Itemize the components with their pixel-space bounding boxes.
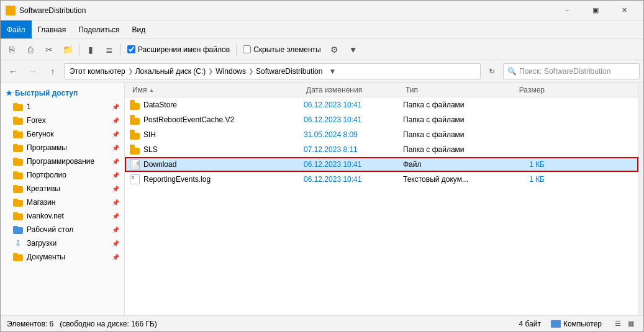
- path-sep-3: ❯: [248, 68, 253, 74]
- refresh-button[interactable]: ↻: [483, 63, 501, 80]
- view-large-button[interactable]: ▦: [625, 318, 637, 330]
- file-icon-reporting: [130, 174, 140, 184]
- path-drive[interactable]: Локальный диск (C:): [135, 67, 206, 76]
- folder-icon-ivankov: [13, 212, 23, 220]
- file-type-datastore: Папка с файлами: [403, 101, 502, 109]
- sidebar-label-downloads: Загрузки: [27, 239, 57, 248]
- path-windows[interactable]: Windows: [215, 67, 246, 76]
- sidebar-item-downloads[interactable]: ⇩ Загрузки 📌: [1, 236, 124, 250]
- menu-share[interactable]: Поделиться: [72, 20, 125, 38]
- status-bar: Элементов: 6 (свободно на диске: 166 ГБ)…: [1, 315, 643, 331]
- sidebar-item-ivankov[interactable]: ivankov.net 📌: [1, 209, 124, 223]
- sidebar-item-begunok[interactable]: Бегунок 📌: [1, 127, 124, 141]
- maximize-button[interactable]: ▣: [581, 1, 610, 20]
- path-computer[interactable]: Этот компьютер: [70, 67, 125, 76]
- title-bar: SoftwareDistribution − ▣ ✕: [1, 1, 643, 20]
- sidebar-item-desktop[interactable]: Рабочий стол 📌: [1, 223, 124, 236]
- folder-icon-1: [13, 103, 23, 111]
- toolbar-dropdown-btn[interactable]: ▼: [345, 41, 362, 58]
- pin-icon-programmirovanie: 📌: [112, 158, 119, 165]
- file-type-postreboot: Папка с файлами: [403, 115, 502, 124]
- sidebar-item-documents[interactable]: Документы 📌: [1, 250, 124, 264]
- close-button[interactable]: ✕: [610, 1, 638, 20]
- toolbar-view2-btn[interactable]: ≣: [101, 41, 118, 58]
- sidebar-section-quick-access: ★ Быстрый доступ: [1, 85, 124, 100]
- sidebar-label-1: 1: [27, 102, 31, 111]
- toolbar-view1-btn[interactable]: ▮: [82, 41, 99, 58]
- file-date-download: 06.12.2023 10:41: [304, 160, 403, 169]
- file-row-sih[interactable]: SIH 31.05.2024 8:09 Папка с файлами: [125, 127, 638, 142]
- quick-access-icon: ★: [6, 89, 12, 97]
- back-button[interactable]: ←: [4, 63, 22, 80]
- pin-icon-desktop: 📌: [112, 227, 119, 233]
- status-computer: Компьютер: [551, 320, 602, 328]
- sidebar-item-kreativy[interactable]: Креативы 📌: [1, 182, 124, 195]
- up-button[interactable]: ↑: [44, 63, 61, 80]
- file-list: DataStore 06.12.2023 10:41 Папка с файла…: [125, 97, 638, 315]
- folder-icon-documents: [13, 253, 23, 261]
- file-name-datastore: DataStore: [130, 100, 304, 110]
- path-dropdown[interactable]: ▼: [325, 63, 340, 79]
- minimize-button[interactable]: −: [553, 1, 581, 20]
- sidebar-label-programmirovanie: Программирование: [27, 157, 94, 166]
- col-header-size[interactable]: Размер: [502, 83, 552, 97]
- menu-file[interactable]: Файл: [1, 20, 32, 38]
- path-softdist[interactable]: SoftwareDistribution: [256, 67, 322, 76]
- toolbar-copy-btn[interactable]: ⎘: [3, 41, 20, 58]
- sidebar-item-1[interactable]: 1 📌: [1, 100, 124, 114]
- col-header-date[interactable]: Дата изменения: [304, 83, 403, 97]
- toolbar-cut-btn[interactable]: ✂: [40, 41, 58, 58]
- downloads-icon: ⇩: [13, 238, 23, 248]
- menu-bar: Файл Главная Поделиться Вид: [1, 20, 643, 39]
- extensions-checkbox[interactable]: [127, 45, 135, 53]
- sidebar-label-forex: Forex: [27, 116, 46, 125]
- sidebar-item-portfolio[interactable]: Портфолио 📌: [1, 168, 124, 182]
- address-path[interactable]: Этот компьютер ❯ Локальный диск (C:) ❯ W…: [64, 63, 481, 79]
- sidebar-item-magazin[interactable]: Магазин 📌: [1, 195, 124, 209]
- file-name-sih: SIH: [130, 130, 304, 140]
- sidebar-label-kreativy: Креативы: [27, 184, 60, 193]
- sidebar: ★ Быстрый доступ 1 📌 Forex 📌 Бегунок 📌 П: [1, 83, 125, 315]
- folder-icon-forex: [13, 117, 23, 125]
- col-header-name[interactable]: Имя ▲: [130, 83, 304, 97]
- menu-home[interactable]: Главная: [32, 20, 73, 38]
- status-items-count: Элементов: 6 (свободно на диске: 166 ГБ): [7, 320, 519, 328]
- view-details-button[interactable]: ☰: [612, 318, 624, 330]
- sidebar-label-portfolio: Портфолио: [27, 171, 66, 179]
- toolbar-sep-3: [236, 43, 237, 56]
- scrollbar[interactable]: [638, 83, 643, 315]
- toolbar-folder-btn[interactable]: 📁: [59, 41, 76, 58]
- computer-icon: [551, 320, 561, 328]
- file-date-sih: 31.05.2024 8:09: [304, 130, 403, 139]
- file-type-sih: Папка с файлами: [403, 130, 502, 139]
- hidden-label: Скрытые элементы: [253, 45, 321, 54]
- pin-icon-downloads: 📌: [112, 240, 119, 247]
- file-row-datastore[interactable]: DataStore 06.12.2023 10:41 Папка с файла…: [125, 97, 638, 112]
- window: SoftwareDistribution − ▣ ✕ Файл Главная …: [0, 0, 644, 332]
- forward-button[interactable]: →: [24, 63, 42, 80]
- file-size-reporting: 1 КБ: [502, 175, 552, 184]
- file-row-sls[interactable]: SLS 07.12.2023 8:11 Папка с файлами: [125, 142, 638, 157]
- menu-view[interactable]: Вид: [125, 20, 152, 38]
- path-sep-1: ❯: [128, 68, 133, 74]
- folder-icon-programmirovanie: [13, 158, 23, 166]
- toolbar-paste-btn[interactable]: ⎙: [22, 41, 39, 58]
- pin-icon-portfolio: 📌: [112, 172, 119, 179]
- folder-icon-portfolio: [13, 171, 23, 179]
- sidebar-item-programmy[interactable]: Программы 📌: [1, 141, 124, 155]
- sidebar-item-programmirovanie[interactable]: Программирование 📌: [1, 155, 124, 168]
- file-row-download[interactable]: Download 06.12.2023 10:41 Файл 1 КБ: [125, 157, 638, 172]
- file-name-postreboot: PostRebootEventCache.V2: [130, 115, 304, 125]
- folder-icon-sls: [130, 145, 140, 155]
- search-box[interactable]: 🔍 Поиск: SoftwareDistribution: [503, 63, 640, 79]
- status-selected-size: 4 байт: [519, 320, 540, 328]
- hidden-checkbox[interactable]: [243, 45, 251, 53]
- content-area: ★ Быстрый доступ 1 📌 Forex 📌 Бегунок 📌 П: [1, 83, 643, 315]
- col-header-type[interactable]: Тип: [403, 83, 502, 97]
- file-row-postreboot[interactable]: PostRebootEventCache.V2 06.12.2023 10:41…: [125, 112, 638, 127]
- toolbar-options-btn[interactable]: ⚙: [326, 41, 343, 58]
- sidebar-item-forex[interactable]: Forex 📌: [1, 114, 124, 127]
- extensions-group: Расширения имен файлов: [124, 45, 234, 54]
- file-name-download: Download: [130, 159, 304, 169]
- file-row-reporting[interactable]: ReportingEvents.log 06.12.2023 10:41 Тек…: [125, 172, 638, 187]
